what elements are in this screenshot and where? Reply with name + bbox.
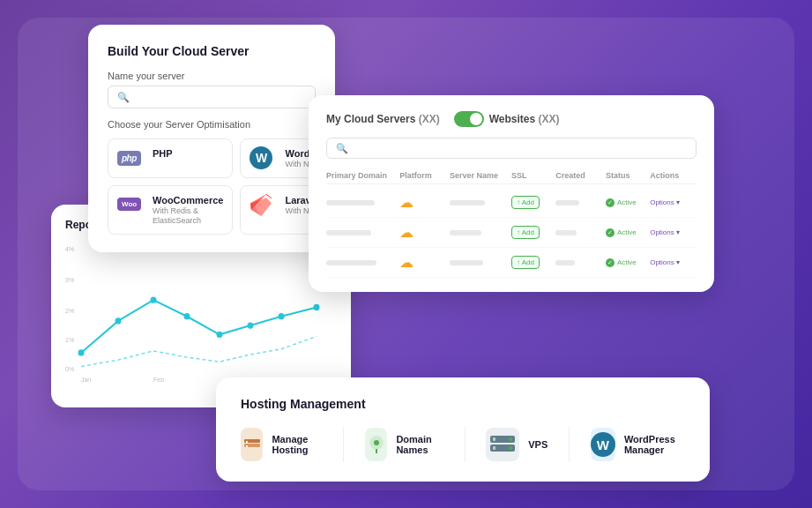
col-primary-domain: Primary Domain — [326, 171, 396, 180]
svg-point-9 — [217, 332, 223, 338]
woo-sub: With Redis & ElasticSearch — [153, 206, 223, 227]
svg-point-5 — [78, 349, 85, 355]
svg-point-21 — [374, 440, 379, 445]
svg-point-28 — [509, 446, 512, 450]
hosting-item-vps[interactable]: VPS — [486, 428, 548, 461]
my-cloud-servers-card: My Cloud Servers (XX) Websites (XX) Prim… — [309, 95, 714, 292]
svg-point-10 — [248, 322, 254, 328]
manage-hosting-label: Manage Hosting — [272, 434, 322, 455]
reports-chart: 4% 3% 2% 1% 0% Jan Feb Mar — [65, 235, 337, 385]
wp-icon: W — [250, 148, 278, 168]
websites-label: Websites (XX) — [489, 113, 560, 125]
svg-point-12 — [314, 304, 320, 310]
platform-icon-3: ☁ — [399, 254, 446, 271]
websites-toggle-container: Websites (XX) — [454, 111, 560, 127]
divider-1 — [343, 427, 344, 462]
server-name-input[interactable] — [108, 86, 316, 108]
manage-hosting-icon — [241, 428, 263, 461]
woo-label: WooCommerce — [153, 195, 223, 205]
woo-icon: Woo — [117, 195, 145, 214]
platform-icon-1: ☁ — [399, 194, 446, 211]
col-server-name: Server Name — [450, 171, 508, 180]
build-cloud-server-card: Build Your Cloud Server Name your server… — [88, 25, 335, 252]
table-header: Primary Domain Platform Server Name SSL … — [326, 168, 697, 184]
divider-2 — [465, 427, 466, 462]
svg-text:2%: 2% — [65, 308, 75, 315]
domain-names-label: Domain Names — [396, 434, 443, 455]
hosting-item-manage[interactable]: Manage Hosting — [241, 428, 322, 461]
svg-text:Feb: Feb — [153, 377, 164, 384]
svg-point-11 — [279, 313, 285, 319]
divider-3 — [569, 427, 570, 462]
status-badge-1: Active — [606, 198, 646, 207]
svg-rect-26 — [493, 446, 495, 450]
laravel-icon — [250, 195, 278, 214]
hosting-items: Manage Hosting Domain Names — [241, 427, 685, 462]
ssl-add-btn-2[interactable]: ↑ Add — [511, 226, 540, 239]
wp-manager-label: WordPress Manager — [624, 434, 685, 455]
optimisation-options: php PHP W WordPress With Nginx Woo WooCo… — [108, 138, 316, 235]
svg-point-27 — [509, 437, 512, 441]
status-badge-2: Active — [606, 228, 646, 237]
svg-rect-18 — [246, 441, 248, 443]
hosting-title: Hosting Management — [241, 397, 685, 411]
table-row: ☁ ↑ Add Active Options ▾ — [326, 218, 697, 248]
svg-text:3%: 3% — [65, 276, 75, 283]
svg-text:Jan: Jan — [81, 377, 91, 384]
hosting-management-card: Hosting Management Manage Hosting — [216, 377, 710, 482]
svg-rect-19 — [246, 445, 248, 447]
svg-point-7 — [151, 297, 157, 303]
ssl-add-btn-1[interactable]: ↑ Add — [511, 196, 540, 209]
options-btn-2[interactable]: Options ▾ — [650, 228, 697, 236]
svg-point-8 — [184, 313, 190, 319]
option-php[interactable]: php PHP — [108, 138, 233, 178]
php-label: PHP — [153, 148, 223, 159]
platform-icon-2: ☁ — [399, 224, 446, 241]
optimisation-label: Choose your Server Optimisation — [108, 119, 316, 130]
vps-label: VPS — [528, 439, 548, 450]
hosting-item-wp-manager[interactable]: W WordPress Manager — [591, 428, 685, 461]
status-badge-3: Active — [606, 258, 646, 267]
col-ssl: SSL — [511, 171, 552, 180]
col-status: Status — [606, 171, 646, 180]
servers-search[interactable] — [326, 138, 697, 159]
hosting-item-domains[interactable]: Domain Names — [365, 428, 443, 461]
build-card-title: Build Your Cloud Server — [108, 44, 316, 58]
svg-point-6 — [115, 318, 122, 324]
svg-text:4%: 4% — [65, 245, 75, 252]
option-woocommerce[interactable]: Woo WooCommerce With Redis & ElasticSear… — [108, 185, 233, 235]
vps-icon — [486, 428, 519, 461]
col-platform: Platform — [399, 171, 446, 180]
svg-text:0%: 0% — [65, 365, 75, 372]
options-btn-1[interactable]: Options ▾ — [650, 198, 697, 206]
name-label: Name your server — [108, 71, 316, 81]
options-btn-3[interactable]: Options ▾ — [650, 258, 697, 266]
col-actions: Actions — [650, 171, 697, 180]
servers-header: My Cloud Servers (XX) Websites (XX) — [326, 111, 697, 127]
col-created: Created — [555, 171, 602, 180]
table-row: ☁ ↑ Add Active Options ▾ — [326, 248, 697, 278]
websites-toggle[interactable] — [454, 111, 484, 127]
svg-text:1%: 1% — [65, 336, 75, 343]
domain-names-icon — [365, 428, 387, 461]
ssl-add-btn-3[interactable]: ↑ Add — [511, 256, 540, 269]
wp-manager-icon: W — [591, 428, 615, 461]
php-icon: php — [117, 148, 145, 168]
servers-title: My Cloud Servers (XX) — [326, 113, 440, 125]
svg-rect-25 — [493, 437, 495, 441]
table-row: ☁ ↑ Add Active Options ▾ — [326, 188, 697, 218]
